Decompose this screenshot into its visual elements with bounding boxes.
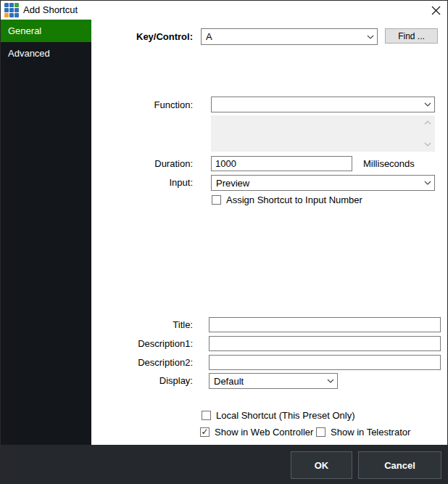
- titlebar: Add Shortcut: [1, 1, 447, 20]
- title-label: Title:: [173, 319, 193, 331]
- web-controller-checkbox[interactable]: ✓: [200, 427, 210, 437]
- close-button[interactable]: [427, 2, 444, 18]
- cancel-button[interactable]: Cancel: [358, 451, 441, 479]
- key-control-combobox[interactable]: A: [201, 28, 378, 45]
- function-combobox[interactable]: [211, 97, 435, 112]
- ok-button[interactable]: OK: [291, 451, 352, 479]
- find-button[interactable]: Find ...: [385, 28, 438, 44]
- description2-label: Description2:: [138, 357, 193, 369]
- input-label: Input:: [169, 177, 193, 189]
- footer-bar: OK Cancel: [1, 445, 447, 484]
- chevron-down-icon: [324, 379, 337, 383]
- key-control-value: A: [202, 31, 364, 42]
- display-combobox[interactable]: Default: [209, 373, 338, 389]
- display-label: Display:: [159, 375, 193, 387]
- display-value: Default: [210, 376, 324, 387]
- local-shortcut-label: Local Shortcut (This Preset Only): [216, 410, 354, 422]
- sidebar-item-label: General: [8, 25, 41, 36]
- web-controller-label: Show in Web Controller: [215, 427, 313, 438]
- description1-input[interactable]: [209, 336, 441, 351]
- key-control-label: Key/Control:: [136, 31, 193, 43]
- sidebar-item-general[interactable]: General: [1, 20, 91, 42]
- duration-input[interactable]: [211, 156, 352, 171]
- sidebar: General Advanced: [1, 20, 91, 445]
- local-shortcut-checkbox[interactable]: [202, 411, 211, 420]
- function-description-panel: [211, 115, 435, 152]
- sidebar-item-label: Advanced: [8, 48, 50, 59]
- duration-label: Duration:: [154, 158, 193, 170]
- chevron-down-icon: [421, 102, 434, 107]
- assign-input-number-checkbox[interactable]: [212, 195, 221, 205]
- scroll-up-icon: [423, 118, 433, 127]
- close-icon: [431, 6, 441, 15]
- scroll-down-icon: [423, 140, 433, 149]
- function-label: Function:: [154, 99, 193, 111]
- chevron-down-icon: [421, 181, 434, 185]
- telestrator-label: Show in Telestrator: [331, 427, 410, 438]
- window-title: Add Shortcut: [23, 1, 78, 20]
- add-shortcut-dialog: Add Shortcut General Advanced Key/Contro…: [0, 0, 448, 484]
- description2-input[interactable]: [209, 355, 441, 370]
- title-input[interactable]: [209, 317, 441, 332]
- assign-input-number-label: Assign Shortcut to Input Number: [226, 194, 362, 206]
- duration-unit-label: Milliseconds: [363, 158, 415, 170]
- input-combobox[interactable]: Preview: [211, 175, 435, 191]
- vmix-grid-icon: [4, 3, 19, 17]
- input-value: Preview: [212, 178, 421, 189]
- sidebar-item-advanced[interactable]: Advanced: [1, 42, 91, 65]
- telestrator-checkbox[interactable]: [316, 427, 325, 437]
- description1-label: Description1:: [138, 338, 193, 350]
- chevron-down-icon: [364, 35, 377, 39]
